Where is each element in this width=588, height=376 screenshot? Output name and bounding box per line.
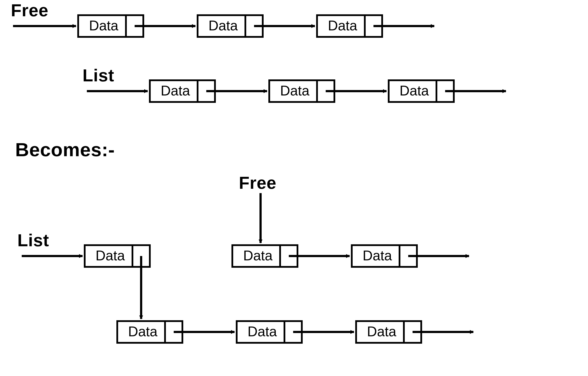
list-node-2-after: Data (117, 321, 235, 343)
free-node-1-before: Data (78, 15, 195, 37)
list-label-after: List (17, 231, 49, 250)
node-data-label: Data (243, 248, 273, 263)
linked-list-diagram: Free Data Data Data List Data Data Data … (0, 0, 588, 376)
node-data-label: Data (247, 324, 277, 339)
node-data-label: Data (89, 18, 118, 33)
node-data-label: Data (328, 18, 357, 33)
node-data-label: Data (208, 18, 238, 33)
free-node-1-after: Data (232, 245, 350, 267)
free-label-before: Free (11, 1, 48, 20)
list-node-3-after: Data (237, 321, 354, 343)
node-data-label: Data (367, 324, 396, 339)
becomes-label: Becomes:- (15, 139, 115, 160)
node-data-label: Data (128, 324, 158, 339)
node-data-label: Data (363, 248, 392, 263)
free-label-after: Free (239, 173, 277, 192)
free-node-2-after: Data (352, 245, 469, 267)
node-data-label: Data (96, 248, 125, 263)
list-node-2-before: Data (269, 80, 386, 102)
list-node-1-before: Data (150, 80, 267, 102)
node-data-label: Data (161, 83, 190, 98)
free-node-3-before: Data (317, 15, 434, 37)
node-data-label: Data (399, 83, 429, 98)
list-label-before: List (83, 66, 114, 85)
list-node-3-before: Data (389, 80, 506, 102)
free-node-2-before: Data (198, 15, 315, 37)
list-node-4-after: Data (356, 321, 473, 343)
list-head-node-after: Data (85, 245, 150, 319)
node-data-label: Data (280, 83, 310, 98)
